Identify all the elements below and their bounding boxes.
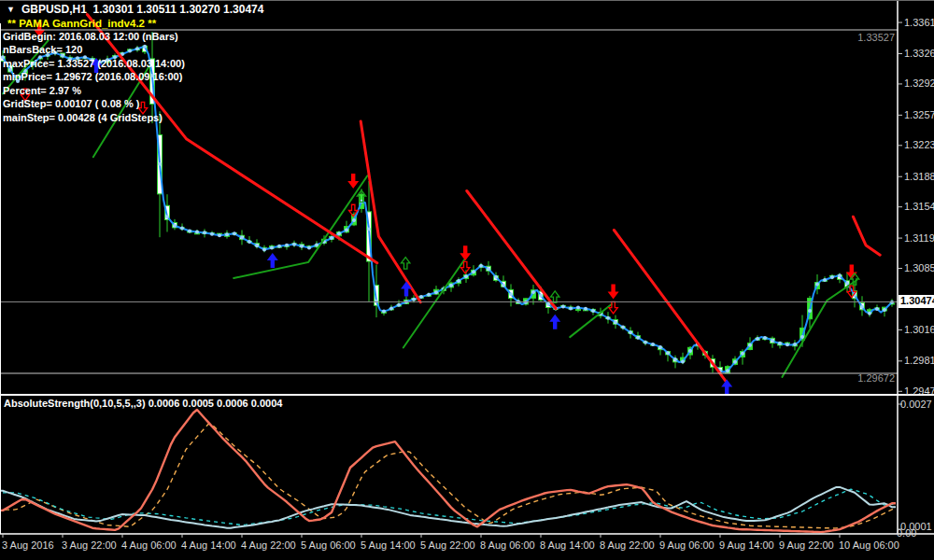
- ma-dot: [793, 343, 797, 346]
- ma-dot: [173, 224, 177, 228]
- gann-support-line[interactable]: [403, 259, 465, 348]
- ma-dot: [785, 343, 789, 346]
- price-tick-label: 1.32230: [904, 139, 934, 150]
- ma-dot: [808, 309, 812, 313]
- gann-resistance-line[interactable]: [614, 231, 726, 382]
- ma-dot: [337, 231, 341, 235]
- ma-dot: [203, 231, 206, 234]
- ma-dot: [427, 293, 431, 297]
- ma-dot: [644, 341, 647, 344]
- ma-dot: [255, 244, 259, 247]
- ma-dot: [838, 273, 842, 277]
- ma-dot: [561, 305, 565, 309]
- ma-dot: [658, 345, 662, 349]
- ganngrid-info-line: maxPrice= 1.33527 (2016.08.03 14:00): [3, 58, 185, 69]
- buy-arrow-outline-icon[interactable]: [551, 291, 559, 302]
- ma-dot: [539, 294, 543, 298]
- indicator-pane[interactable]: [0, 410, 896, 532]
- ma-dot: [531, 290, 535, 294]
- ma-dot: [756, 337, 759, 341]
- ma-dot: [315, 243, 318, 246]
- ma-dot: [195, 230, 199, 233]
- chart-canvas[interactable]: [0, 1, 934, 560]
- sell-arrow-icon[interactable]: [347, 174, 359, 189]
- ma-dot: [285, 244, 289, 247]
- ma-dot: [651, 343, 655, 346]
- ma-dot: [494, 275, 498, 279]
- price-tick-label: 1.33610: [904, 17, 934, 28]
- symbol-period-label: GBPUSD,H1: [21, 3, 87, 16]
- ma-dot: [375, 300, 378, 303]
- sell-arrow-outline-icon[interactable]: [609, 301, 617, 313]
- time-tick-label: 10 Aug 06:00: [839, 539, 899, 551]
- ma-dot: [584, 307, 587, 311]
- buy-arrow-outline-icon[interactable]: [402, 258, 410, 269]
- ma-dot: [778, 342, 782, 345]
- ma-dot: [158, 162, 162, 166]
- gann-support-line[interactable]: [782, 280, 856, 377]
- mt4-chart-window: ▼GBPUSD,H1 1.30301 1.30511 1.30270 1.304…: [0, 0, 934, 560]
- price-tick-label: 1.30160: [904, 324, 934, 335]
- ohlc-values: 1.30301 1.30511 1.30270 1.30474: [93, 3, 264, 16]
- indicator-scale-max: 0.0027: [900, 399, 932, 410]
- buy-arrow-icon[interactable]: [267, 253, 278, 268]
- ganngrid-info-line: mainStep= 0.00428 (4 GridSteps): [3, 112, 163, 123]
- ma-dot: [449, 284, 453, 287]
- price-tick-label: 1.29810: [904, 355, 934, 366]
- bears-line: [0, 487, 896, 528]
- pama-ganngrid-title: ** PAMA GannGrid_indv4.2 **: [7, 18, 156, 30]
- ma-dot: [606, 316, 610, 320]
- ma-dot: [397, 303, 401, 307]
- chart-title: ▼GBPUSD,H1 1.30301 1.30511 1.30270 1.304…: [7, 4, 263, 16]
- time-tick-label: 9 Aug 22:00: [779, 539, 834, 551]
- ma-dot: [688, 349, 692, 353]
- current-price-badge: 1.30474: [899, 295, 934, 308]
- ma-dot: [875, 307, 879, 311]
- ma-dot: [143, 45, 147, 49]
- sell-arrow-icon[interactable]: [460, 245, 471, 260]
- ganngrid-info-line: GridStep= 0.00107 ( 0.08 % ): [3, 98, 139, 109]
- ma-dot: [666, 351, 670, 355]
- ma-dot: [382, 309, 386, 313]
- indicator-scale-zero: 0.00: [897, 527, 916, 539]
- ma-dot: [763, 336, 767, 340]
- time-tick-label: 5 Aug 06:00: [301, 539, 356, 551]
- ma-dot: [270, 246, 274, 250]
- time-tick-label: 8 Aug 22:00: [600, 539, 655, 551]
- ma-dot: [823, 278, 827, 282]
- chevron-down-icon[interactable]: ▼: [7, 6, 15, 15]
- ma-dot: [165, 215, 169, 218]
- price-tick-label: 1.31540: [904, 201, 934, 212]
- ma-dot: [367, 228, 371, 231]
- ma-dot: [815, 282, 819, 286]
- ma-dot: [292, 243, 296, 246]
- ma-dot: [225, 232, 229, 236]
- ma-dot: [629, 330, 632, 334]
- ma-dot: [681, 359, 685, 363]
- ma-dot: [419, 295, 423, 299]
- ma-dot: [277, 245, 281, 248]
- ma-dot: [345, 228, 348, 231]
- buy-arrow-icon[interactable]: [721, 380, 732, 395]
- ma-dot: [412, 298, 416, 301]
- ma-dot: [135, 47, 139, 50]
- ma-dot: [389, 307, 393, 311]
- buy-arrow-icon[interactable]: [549, 315, 560, 329]
- ma-dot: [262, 248, 266, 252]
- sell-arrow-icon[interactable]: [608, 284, 619, 299]
- ma-dot: [188, 229, 191, 232]
- gann-resistance-line[interactable]: [853, 217, 880, 255]
- time-tick-label: 3 Aug 22:00: [62, 539, 117, 551]
- ma-dot: [868, 312, 871, 315]
- ma-dot: [240, 236, 244, 240]
- ganngrid-info-line: Percent= 2.97 %: [3, 85, 81, 96]
- ma-dot: [748, 343, 752, 347]
- ma-dot: [673, 357, 677, 361]
- price-tick-label: 1.32920: [904, 77, 934, 89]
- time-tick-label: 5 Aug 22:00: [420, 539, 475, 551]
- max-price-label: 1.33527: [848, 32, 895, 43]
- time-tick-label: 5 Aug 14:00: [361, 539, 416, 551]
- price-tick-label: 1.33260: [904, 48, 934, 59]
- ma-dot: [218, 233, 221, 237]
- ma-dot: [591, 309, 595, 313]
